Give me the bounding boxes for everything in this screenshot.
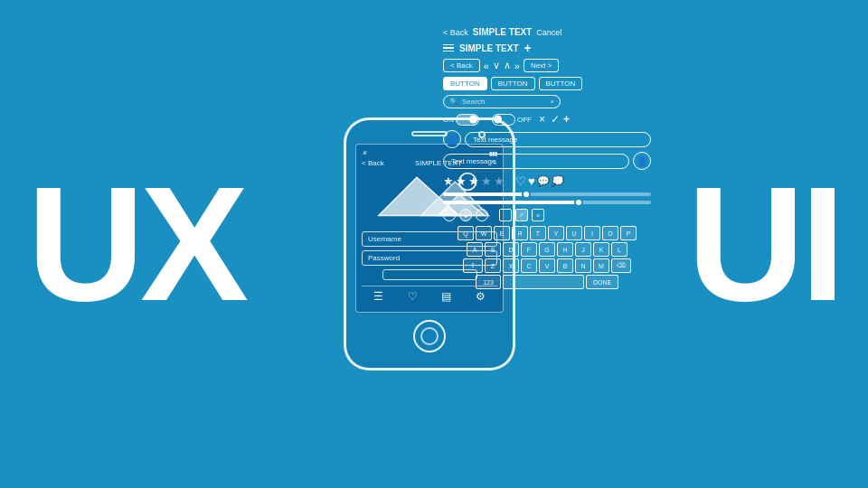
key-d[interactable]: D (503, 242, 519, 257)
key-h[interactable]: H (557, 242, 573, 257)
key-f[interactable]: F (521, 242, 537, 257)
search-box[interactable]: 🔍 Search × (443, 95, 561, 108)
key-e[interactable]: E (494, 226, 510, 240)
back-btn-row3[interactable]: < Back (443, 59, 480, 72)
search-row: 🔍 Search × (443, 95, 651, 108)
chat-bubble-left: 👤 Text message (443, 130, 651, 148)
toggle-on[interactable]: ON (443, 114, 479, 126)
phone-speaker (411, 131, 448, 136)
slider-track-1[interactable] (443, 192, 651, 196)
slider-track-2[interactable] (443, 201, 651, 204)
nav-bar-row1: < Back SIMPLE TEXT Cancel (443, 27, 651, 37)
checkbox-row: ● ✓ × (443, 209, 651, 221)
arrow-right-right[interactable]: » (514, 61, 520, 71)
back-button[interactable]: < Back (362, 159, 384, 167)
key-w[interactable]: W (476, 226, 492, 240)
toggle-pill-on[interactable] (456, 114, 479, 126)
key-q[interactable]: Q (458, 226, 474, 240)
radio-empty-2[interactable] (476, 209, 488, 221)
key-t[interactable]: T (530, 226, 546, 240)
star-4[interactable]: ★ (481, 174, 492, 188)
cancel-label[interactable]: Cancel (536, 28, 561, 37)
checkbox-empty[interactable] (499, 209, 512, 221)
star-5[interactable]: ★ (494, 174, 505, 188)
toggle-pill-off[interactable] (492, 114, 515, 126)
key-r[interactable]: R (512, 226, 528, 240)
title-label-2: SIMPLE TEXT (459, 43, 519, 53)
button-2[interactable]: BUTTON (491, 77, 535, 90)
key-z[interactable]: Z (485, 258, 501, 273)
checkbox-checked[interactable]: ✓ (515, 209, 528, 221)
title-label-1: SIMPLE TEXT (473, 27, 533, 37)
nav-arrows-row: < Back « ∨ ∧ » Next > (443, 59, 651, 72)
menu-bar-row2: SIMPLE TEXT + (443, 41, 651, 55)
heart-filled-icon[interactable]: ♥ (528, 174, 535, 188)
key-l[interactable]: L (611, 242, 627, 257)
star-1[interactable]: ★ (443, 174, 454, 188)
ui-elements-panel: < Back SIMPLE TEXT Cancel SIMPLE TEXT + … (443, 27, 651, 291)
gear-icon[interactable]: ⚙ (476, 290, 486, 303)
radio-checked[interactable]: ● (459, 209, 472, 221)
speech-bubble-icon[interactable]: 💬 (537, 175, 550, 187)
key-k[interactable]: K (593, 242, 609, 257)
toggle-circle-off (494, 116, 502, 124)
key-i[interactable]: I (584, 226, 600, 240)
hamburger-icon[interactable] (443, 44, 454, 52)
key-backspace[interactable]: ⌫ (611, 258, 631, 273)
slider-thumb-1[interactable] (522, 190, 531, 199)
key-a[interactable]: A (467, 242, 483, 257)
keyboard-row-2: A S D F G H J K L (443, 242, 651, 257)
home-button[interactable] (413, 320, 446, 352)
button-1[interactable]: BUTTON (443, 77, 487, 90)
heart-icon[interactable]: ♡ (408, 290, 418, 303)
list-icon[interactable]: ▤ (441, 290, 451, 303)
key-o[interactable]: O (602, 226, 618, 240)
key-x[interactable]: X (503, 258, 519, 273)
key-j[interactable]: J (575, 242, 591, 257)
arrow-up[interactable]: ∧ (504, 60, 511, 71)
arrow-left-left[interactable]: « (484, 61, 489, 71)
search-icon: 🔍 (449, 98, 458, 106)
back-label[interactable]: < Back (443, 28, 468, 37)
checkbox-x[interactable]: × (532, 209, 544, 221)
check-icon[interactable]: ✓ (551, 113, 560, 126)
menu-icon[interactable]: ☰ (373, 290, 383, 303)
button-3[interactable]: BUTTON (539, 77, 583, 90)
key-m[interactable]: M (593, 258, 609, 273)
arrow-down[interactable]: ∨ (493, 60, 500, 71)
key-y[interactable]: Y (548, 226, 564, 240)
star-2[interactable]: ★ (456, 174, 467, 188)
toggle-circle-on (469, 116, 477, 124)
slider-thumb-2[interactable] (574, 198, 583, 207)
key-u[interactable]: U (566, 226, 582, 240)
keyboard-row-3: ⇧ Z X C V B N M ⌫ (443, 258, 651, 273)
rating-row: ★ ★ ★ ★ ★ ♡ ♥ 💬 💭 (443, 174, 651, 188)
key-space[interactable] (503, 275, 584, 289)
next-btn-row3[interactable]: Next > (524, 59, 559, 72)
slider-fill-1 (443, 192, 526, 196)
key-n[interactable]: N (575, 258, 591, 273)
heart-icon-rating[interactable]: ♡ (515, 174, 526, 188)
plus-icon[interactable]: + (524, 41, 532, 55)
key-s[interactable]: S (485, 242, 501, 257)
key-b[interactable]: B (557, 258, 573, 273)
key-g[interactable]: G (539, 242, 555, 257)
star-3[interactable]: ★ (468, 174, 479, 188)
toggle-off[interactable]: OFF (492, 114, 532, 126)
search-clear-icon[interactable]: × (550, 98, 554, 106)
key-shift[interactable]: ⇧ (463, 258, 483, 273)
toggles-row: ON OFF × ✓ + (443, 113, 651, 126)
off-label: OFF (517, 116, 532, 124)
key-done[interactable]: DONE (586, 275, 618, 289)
radio-empty-1[interactable] (443, 209, 456, 221)
x-icon[interactable]: × (539, 113, 545, 126)
avatar-right: 👤 (633, 152, 651, 170)
keyboard-row-1: Q W E R T Y U I O P (443, 226, 651, 240)
key-123[interactable]: 123 (476, 275, 501, 289)
key-c[interactable]: C (521, 258, 537, 273)
key-p[interactable]: P (620, 226, 637, 240)
speech-dots-icon[interactable]: 💭 (552, 175, 564, 187)
key-v[interactable]: V (539, 258, 555, 273)
add-icon[interactable]: + (563, 113, 570, 126)
slider-row-1 (443, 192, 651, 196)
